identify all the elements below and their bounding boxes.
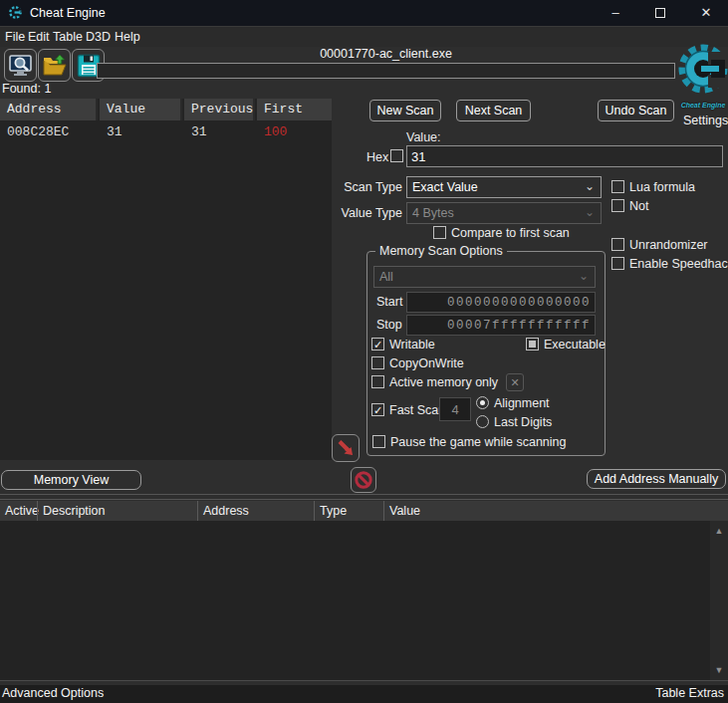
executable-label: Executable [544, 338, 606, 352]
not-label: Not [629, 199, 648, 213]
chevron-down-icon: ⌄ [579, 266, 589, 286]
copyonwrite-checkbox[interactable] [371, 356, 384, 369]
stop-address-input[interactable] [406, 315, 596, 336]
scan-type-value: Exact Value [412, 180, 478, 194]
pause-game-label: Pause the game while scanning [390, 435, 567, 449]
red-arrow-icon [336, 438, 356, 458]
add-address-manually-button[interactable]: Add Address Manually [587, 469, 726, 489]
column-header-type[interactable]: Type [314, 501, 383, 521]
menu-file[interactable]: File [5, 30, 25, 44]
menu-d3d[interactable]: D3D [86, 30, 111, 44]
enable-speedhack-checkbox[interactable] [611, 257, 624, 270]
row-value: 31 [100, 121, 184, 143]
column-header-address[interactable]: Address [197, 501, 314, 521]
hex-checkbox[interactable] [390, 149, 403, 162]
value-type-dropdown: 4 Bytes ⌄ [406, 202, 602, 224]
advanced-options-link[interactable]: Advanced Options [2, 686, 104, 700]
not-checkbox[interactable] [611, 199, 624, 212]
gear-logo-icon [678, 40, 728, 100]
scroll-down-icon[interactable]: ▼ [710, 662, 728, 678]
next-scan-button[interactable]: Next Scan [456, 100, 531, 121]
logo-caption: Cheat Engine [678, 102, 728, 109]
column-header-previous[interactable]: Previous [184, 99, 255, 120]
no-entry-icon [354, 470, 373, 490]
minimize-button[interactable]: – [596, 0, 635, 26]
cheat-engine-window: Cheat Engine – ✕ File Edit Table D3D Hel… [0, 0, 728, 703]
copyonwrite-label: CopyOnWrite [389, 356, 464, 370]
start-address-input[interactable] [406, 292, 596, 313]
column-header-address[interactable]: Address [0, 99, 98, 120]
memory-view-button[interactable]: Memory View [1, 470, 141, 490]
cheat-engine-logo[interactable]: Cheat Engine [678, 40, 728, 114]
active-memory-only-label: Active memory only [389, 375, 498, 389]
clear-region-button[interactable]: ✕ [506, 373, 524, 391]
column-header-value[interactable]: Value [383, 501, 728, 521]
process-name: 00001770-ac_client.exe [97, 47, 675, 61]
row-first: 100 [257, 121, 332, 143]
alignment-label: Alignment [494, 396, 550, 410]
chevron-down-icon: ⌄ [585, 176, 595, 196]
value-label: Value: [406, 130, 441, 144]
add-selected-addresses-button[interactable] [332, 434, 360, 462]
close-icon: ✕ [510, 376, 519, 388]
column-header-value[interactable]: Value [100, 99, 182, 120]
new-scan-button[interactable]: New Scan [369, 100, 441, 121]
address-list-scrollbar[interactable]: ▲ ▼ [710, 521, 728, 680]
fast-scan-checkbox[interactable]: ✓ [371, 403, 384, 416]
compare-first-scan-checkbox[interactable] [433, 226, 446, 239]
maximize-button[interactable] [640, 0, 680, 26]
executable-checkbox[interactable] [526, 338, 539, 351]
panel-divider [0, 494, 728, 500]
writable-checkbox[interactable]: ✓ [371, 338, 384, 351]
open-folder-icon [42, 53, 68, 79]
scroll-up-icon[interactable]: ▲ [710, 523, 728, 539]
last-digits-label: Last Digits [494, 415, 552, 429]
memory-region-value: All [379, 270, 393, 284]
table-extras-link[interactable]: Table Extras [655, 686, 724, 700]
cancel-scan-button[interactable] [351, 467, 376, 493]
last-digits-radio[interactable] [476, 415, 489, 428]
menu-help[interactable]: Help [115, 30, 140, 44]
column-header-description[interactable]: Description [37, 501, 197, 521]
scan-type-dropdown[interactable]: Exact Value ⌄ [406, 176, 602, 198]
start-label: Start [376, 295, 402, 309]
value-type-value: 4 Bytes [412, 206, 454, 220]
alignment-radio[interactable] [476, 396, 489, 409]
unrandomizer-label: Unrandomizer [629, 238, 708, 252]
enable-speedhack-label: Enable Speedhack [629, 257, 728, 271]
lua-formula-label: Lua formula [629, 180, 695, 194]
address-list-header: Active Description Address Type Value [0, 501, 728, 521]
menu-table[interactable]: Table [53, 30, 83, 44]
memory-region-dropdown: All ⌄ [373, 266, 596, 288]
column-header-active[interactable]: Active [0, 501, 37, 521]
value-input[interactable] [406, 145, 723, 167]
maximize-icon [655, 8, 665, 18]
settings-link[interactable]: Settings [683, 114, 728, 127]
found-count: 1 [44, 82, 51, 96]
fast-scan-value-input[interactable] [439, 397, 471, 421]
window-title: Cheat Engine [30, 6, 106, 20]
select-process-icon [8, 53, 34, 79]
lua-formula-checkbox[interactable] [611, 180, 624, 193]
column-header-first[interactable]: First [257, 99, 332, 120]
active-memory-only-checkbox[interactable] [371, 375, 384, 388]
address-list-body[interactable] [0, 521, 710, 680]
unrandomizer-checkbox[interactable] [611, 238, 624, 251]
close-button[interactable]: ✕ [686, 0, 726, 26]
writable-label: Writable [389, 338, 435, 352]
undo-scan-button[interactable]: Undo Scan [598, 100, 674, 121]
pause-game-checkbox[interactable] [372, 435, 385, 448]
status-bar: Advanced Options Table Extras [0, 685, 728, 703]
select-process-button[interactable] [4, 49, 37, 82]
menu-bar: File Edit Table D3D Help [0, 26, 728, 47]
scan-type-label: Scan Type [333, 180, 402, 194]
row-previous: 31 [184, 121, 257, 143]
app-icon [8, 5, 23, 20]
menu-edit[interactable]: Edit [28, 30, 50, 44]
scan-results-table: Address Value Previous First 008C28EC 31… [0, 99, 332, 460]
compare-first-scan-label: Compare to first scan [451, 226, 570, 240]
stop-label: Stop [376, 318, 402, 332]
row-address: 008C28EC [0, 121, 100, 143]
open-table-button[interactable] [38, 49, 71, 82]
chevron-down-icon: ⌄ [585, 202, 595, 222]
